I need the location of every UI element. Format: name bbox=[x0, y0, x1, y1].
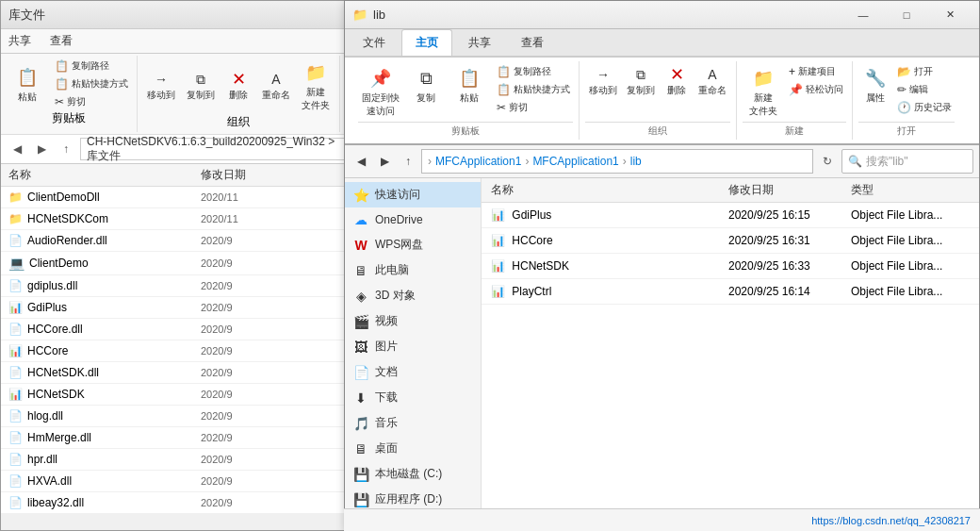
bg-copy-btn[interactable]: ⧉ 复制到 bbox=[183, 68, 219, 104]
sidebar-item-wps[interactable]: W WPS网盘 bbox=[345, 232, 481, 257]
properties-btn[interactable]: 🔧 属性 bbox=[858, 63, 892, 107]
main-rename-btn[interactable]: A 重命名 bbox=[694, 63, 730, 99]
properties-icon: 🔧 bbox=[862, 65, 889, 91]
addr-part-2[interactable]: MFCApplication1 bbox=[532, 155, 618, 168]
tab-view[interactable]: 查看 bbox=[507, 29, 558, 56]
bg-back-btn[interactable]: ◀ bbox=[7, 139, 27, 159]
table-row[interactable]: HCCore 2020/9 bbox=[1, 340, 352, 362]
search-box[interactable]: 🔍 搜索"lib" bbox=[841, 149, 973, 174]
pc-icon: 🖥 bbox=[352, 263, 369, 278]
sidebar-item-downloads[interactable]: ⬇ 下载 bbox=[345, 385, 481, 410]
main-delete-btn[interactable]: ✕ 删除 bbox=[661, 63, 693, 99]
copy-to-icon: ⧉ bbox=[631, 65, 650, 84]
addr-part-3[interactable]: lib bbox=[630, 155, 642, 168]
bg-rename-btn[interactable]: A 重命名 bbox=[258, 68, 294, 104]
paste-shortcut-btn[interactable]: 📋 粘贴快捷方式 bbox=[494, 81, 573, 98]
main-copy-btn[interactable]: ⧉ 复制到 bbox=[623, 63, 659, 99]
table-row[interactable]: hpr.dll 2020/9 bbox=[1, 449, 352, 471]
easy-access-btn[interactable]: 📌 轻松访问 bbox=[786, 81, 846, 98]
sidebar-item-onedrive[interactable]: ☁ OneDrive bbox=[345, 207, 481, 232]
main-forward-btn[interactable]: ▶ bbox=[374, 151, 395, 172]
star-icon: ⭐ bbox=[352, 188, 369, 203]
bg-ribbon-tabs[interactable]: 共享 查看 bbox=[1, 29, 352, 54]
lib-icon-3 bbox=[491, 259, 505, 273]
refresh-btn[interactable]: ↻ bbox=[816, 150, 839, 173]
minimize-button[interactable]: — bbox=[841, 1, 885, 29]
bg-new-folder-btn[interactable]: 📁 新建 文件夹 bbox=[298, 58, 334, 114]
sidebar-item-documents[interactable]: 📄 文档 bbox=[345, 359, 481, 385]
table-row[interactable]: 💻ClientDemo 2020/9 bbox=[1, 252, 352, 275]
sidebar-item-quick-access[interactable]: ⭐ 快速访问 bbox=[345, 182, 481, 207]
new-item-btn[interactable]: + 新建项目 bbox=[786, 63, 846, 80]
paste-btn[interactable]: 📋 粘贴 bbox=[449, 63, 490, 107]
clipboard-label: 剪贴板 bbox=[358, 122, 573, 138]
edit-btn[interactable]: ✏ 编辑 bbox=[894, 81, 955, 98]
drive-c-icon: 💾 bbox=[352, 467, 369, 482]
tab-share[interactable]: 共享 bbox=[454, 29, 505, 56]
table-row[interactable]: AudioRender.dll 2020/9 bbox=[1, 230, 352, 252]
table-row[interactable]: HmMerge.dll 2020/9 bbox=[1, 427, 352, 449]
table-row[interactable]: ClientDemoDll 2020/11 bbox=[1, 187, 352, 208]
bg-title-text: 库文件 bbox=[8, 7, 45, 24]
sidebar-item-3d[interactable]: ◈ 3D 对象 bbox=[345, 283, 481, 308]
pin-icon: 📌 bbox=[368, 65, 394, 91]
sidebar-item-pictures[interactable]: 🖼 图片 bbox=[345, 334, 481, 359]
bg-paste-btn[interactable]: 📋 粘贴 bbox=[7, 62, 48, 106]
main-up-btn[interactable]: ↑ bbox=[398, 151, 418, 172]
new-item-icon: + bbox=[789, 65, 795, 78]
easy-access-icon: 📌 bbox=[789, 83, 803, 96]
sidebar-item-pc[interactable]: 🖥 此电脑 bbox=[345, 257, 481, 283]
bg-delete-btn[interactable]: ✕ 删除 bbox=[222, 68, 254, 104]
table-row[interactable]: HXVA.dll 2020/9 bbox=[1, 471, 352, 492]
copy-path-btn[interactable]: 📋 复制路径 bbox=[494, 63, 573, 80]
main-breadcrumb[interactable]: › MFCApplication1 › MFCApplication1 › li… bbox=[421, 149, 813, 174]
table-row[interactable]: GdiPlus 2020/9/25 16:15 Object File Libr… bbox=[482, 203, 979, 228]
dll-icon bbox=[8, 496, 23, 509]
bg-forward-btn[interactable]: ▶ bbox=[31, 139, 52, 159]
table-row[interactable]: libeay32.dll 2020/9 bbox=[1, 492, 352, 514]
bg-organize-group: → 移动到 ⧉ 复制到 ✕ 删除 A 重命名 📁 新建 文件夹 bbox=[138, 56, 340, 132]
maximize-button[interactable]: □ bbox=[885, 1, 928, 29]
sidebar-item-music[interactable]: 🎵 音乐 bbox=[345, 410, 481, 436]
tab-home[interactable]: 主页 bbox=[401, 29, 452, 56]
delete-icon-bg: ✕ bbox=[229, 70, 248, 89]
cut-btn[interactable]: ✂ 剪切 bbox=[494, 99, 573, 116]
bg-paste-shortcut-btn[interactable]: 📋 粘贴快捷方式 bbox=[52, 75, 131, 92]
history-btn[interactable]: 🕐 历史记录 bbox=[894, 99, 955, 116]
exe-icon: 💻 bbox=[8, 256, 24, 271]
table-row[interactable]: gdiplus.dll 2020/9 bbox=[1, 275, 352, 297]
bg-tab-view[interactable]: 查看 bbox=[50, 33, 73, 49]
table-row[interactable]: HCNetSDK 2020/9/25 16:33 Object File Lib… bbox=[482, 254, 979, 279]
bg-cut-btn[interactable]: ✂ 剪切 bbox=[52, 93, 131, 110]
bg-breadcrumb[interactable]: CH-HCNetSDKV6.1.6.3_build20200925_Win32 … bbox=[80, 138, 347, 160]
close-button[interactable]: ✕ bbox=[928, 1, 972, 29]
new-section-label: 新建 bbox=[743, 122, 846, 138]
addr-part-1[interactable]: MFCApplication1 bbox=[435, 155, 521, 168]
sidebar-item-desktop[interactable]: 🖥 桌面 bbox=[345, 436, 481, 461]
open-btn[interactable]: 📂 打开 bbox=[894, 63, 955, 80]
table-row[interactable]: HCCore 2020/9/25 16:31 Object File Libra… bbox=[482, 228, 979, 254]
table-row[interactable]: HCNetSDKCom 2020/11 bbox=[1, 208, 352, 230]
bg-move-btn[interactable]: → 移动到 bbox=[143, 68, 179, 104]
table-row[interactable]: PlayCtrl 2020/9/25 16:14 Object File Lib… bbox=[482, 279, 979, 305]
main-back-btn[interactable]: ◀ bbox=[351, 151, 371, 172]
bg-tab-share[interactable]: 共享 bbox=[8, 33, 31, 49]
table-row[interactable]: hlog.dll 2020/9 bbox=[1, 406, 352, 427]
tab-file[interactable]: 文件 bbox=[349, 29, 400, 56]
new-folder-btn[interactable]: 📁 新建 文件夹 bbox=[743, 63, 784, 120]
bg-copy-path-btn[interactable]: 📋 复制路径 bbox=[52, 58, 131, 75]
lib-icon-2 bbox=[491, 234, 505, 247]
open-section-label: 打开 bbox=[858, 122, 955, 138]
table-row[interactable]: GdiPlus 2020/9 bbox=[1, 297, 352, 319]
copy-btn[interactable]: ⧉ 复制 bbox=[405, 63, 447, 107]
table-row[interactable]: HCNetSDK 2020/9 bbox=[1, 384, 352, 406]
bg-up-btn[interactable]: ↑ bbox=[56, 139, 76, 159]
cut-icon-bg: ✂ bbox=[55, 95, 64, 108]
sidebar-item-drive-c[interactable]: 💾 本地磁盘 (C:) bbox=[345, 461, 481, 487]
table-row[interactable]: HCCore.dll 2020/9 bbox=[1, 319, 352, 340]
main-move-btn[interactable]: → 移动到 bbox=[585, 63, 621, 99]
table-row[interactable]: HCNetSDK.dll 2020/9 bbox=[1, 362, 352, 384]
open-icon: 📂 bbox=[897, 65, 911, 78]
pin-btn[interactable]: 📌 固定到快 速访问 bbox=[358, 63, 403, 120]
sidebar-item-video[interactable]: 🎬 视频 bbox=[345, 308, 481, 334]
